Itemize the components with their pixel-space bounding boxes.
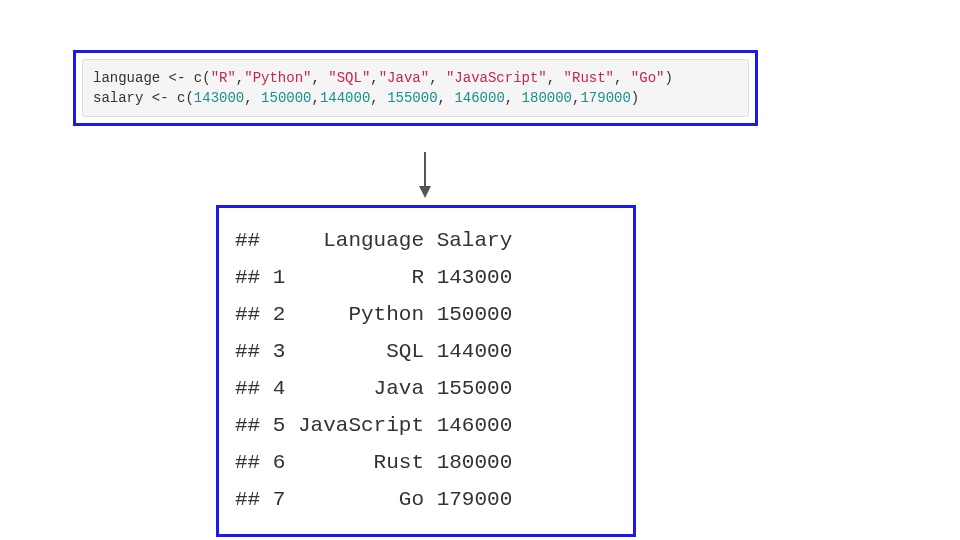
code-token: (	[185, 90, 193, 106]
code-token: 155000	[387, 90, 437, 106]
output-text: ## Language Salary ## 1 R 143000 ## 2 Py…	[235, 222, 617, 518]
output-row: ## 1 R 143000	[235, 266, 512, 289]
code-token: ,	[312, 90, 320, 106]
code-token: 144000	[320, 90, 370, 106]
code-token: "Rust"	[564, 70, 614, 86]
output-row: ## 7 Go 179000	[235, 488, 512, 511]
output-box: ## Language Salary ## 1 R 143000 ## 2 Py…	[216, 205, 636, 537]
code-token: 180000	[522, 90, 572, 106]
svg-marker-1	[419, 186, 431, 198]
arrow-down-icon	[415, 150, 435, 200]
code-token: "Go"	[631, 70, 665, 86]
code-token: ,	[370, 90, 387, 106]
output-row: ## 5 JavaScript 146000	[235, 414, 512, 437]
output-header: ## Language Salary	[235, 229, 512, 252]
code-token: "Python"	[244, 70, 311, 86]
code-token: ,	[505, 90, 522, 106]
code-token: language	[93, 70, 160, 86]
code-token: ,	[438, 90, 455, 106]
code-token: ,	[429, 70, 446, 86]
code-token: 179000	[580, 90, 630, 106]
code-token: 143000	[194, 90, 244, 106]
code-token: 150000	[261, 90, 311, 106]
code-token: "R"	[211, 70, 236, 86]
output-row: ## 4 Java 155000	[235, 377, 512, 400]
output-row: ## 2 Python 150000	[235, 303, 512, 326]
code-token: <-	[160, 70, 194, 86]
code-token: (	[202, 70, 210, 86]
code-box: language <- c("R","Python", "SQL","Java"…	[73, 50, 758, 126]
output-row: ## 3 SQL 144000	[235, 340, 512, 363]
code-token: ,	[236, 70, 244, 86]
code-token: ,	[614, 70, 631, 86]
code-token: <-	[143, 90, 177, 106]
code-token: "Java"	[379, 70, 429, 86]
code-token: 146000	[454, 90, 504, 106]
code-token: ,	[547, 70, 564, 86]
code-token: "JavaScript"	[446, 70, 547, 86]
code-token: "SQL"	[328, 70, 370, 86]
code-token: )	[664, 70, 672, 86]
code-token: c	[194, 70, 202, 86]
code-block: language <- c("R","Python", "SQL","Java"…	[82, 59, 749, 117]
output-row: ## 6 Rust 180000	[235, 451, 512, 474]
code-token: )	[631, 90, 639, 106]
code-token: salary	[93, 90, 143, 106]
code-token: ,	[311, 70, 328, 86]
code-token: ,	[370, 70, 378, 86]
code-token: ,	[244, 90, 261, 106]
